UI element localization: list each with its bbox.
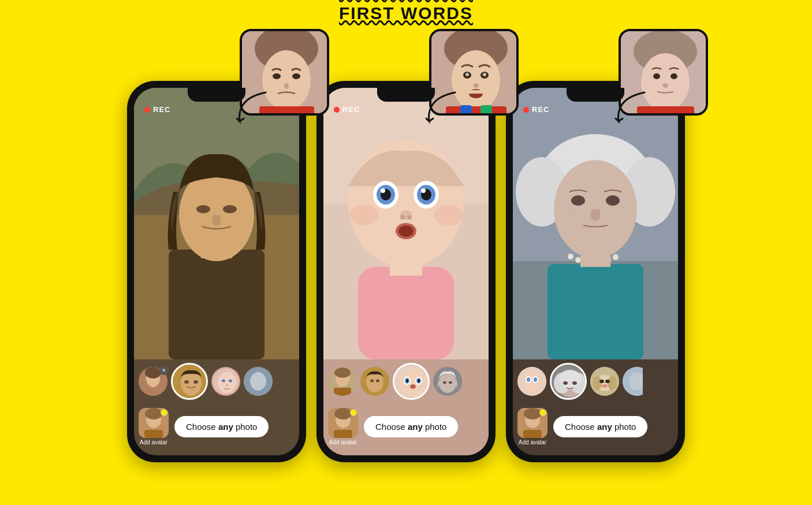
svg-point-131 bbox=[599, 380, 604, 383]
svg-point-67 bbox=[334, 367, 351, 378]
choose-photo-text-1: Choose any photo bbox=[186, 422, 257, 432]
svg-point-37 bbox=[465, 73, 469, 76]
choose-photo-btn-2[interactable]: Choose any photo bbox=[364, 416, 458, 437]
svg-rect-64 bbox=[390, 258, 422, 276]
svg-point-129 bbox=[593, 376, 602, 390]
thumbnails-2[interactable] bbox=[328, 363, 484, 400]
svg-point-22 bbox=[218, 372, 236, 393]
svg-point-115 bbox=[523, 372, 541, 392]
svg-point-16 bbox=[145, 367, 161, 378]
svg-rect-112 bbox=[547, 264, 643, 359]
svg-point-55 bbox=[421, 188, 426, 193]
svg-point-124 bbox=[558, 370, 582, 388]
phone-1: REC bbox=[127, 29, 306, 462]
svg-point-79 bbox=[406, 379, 408, 383]
add-avatar-btn-3[interactable] bbox=[517, 408, 547, 438]
thumbnails-3[interactable] bbox=[517, 363, 673, 400]
choose-photo-text-3: Choose any photo bbox=[565, 422, 636, 432]
svg-rect-139 bbox=[523, 430, 542, 438]
svg-point-132 bbox=[605, 380, 610, 383]
notif-dot-1 bbox=[161, 409, 167, 416]
arrow-1 bbox=[231, 87, 271, 133]
svg-rect-9 bbox=[169, 250, 265, 359]
svg-point-72 bbox=[376, 380, 379, 383]
svg-point-106 bbox=[575, 257, 581, 263]
svg-point-20 bbox=[193, 380, 198, 384]
svg-rect-31 bbox=[144, 430, 163, 438]
svg-point-125 bbox=[563, 381, 568, 385]
svg-point-103 bbox=[571, 195, 585, 206]
arrow-3 bbox=[610, 87, 650, 133]
svg-point-41 bbox=[473, 83, 479, 88]
svg-point-71 bbox=[370, 380, 374, 383]
svg-rect-113 bbox=[580, 250, 610, 267]
add-avatar-btn-2[interactable] bbox=[328, 408, 358, 438]
close-badge-1[interactable]: ✕ bbox=[159, 366, 169, 375]
svg-point-13 bbox=[223, 205, 237, 213]
svg-point-60 bbox=[398, 225, 414, 237]
phone-2: REC bbox=[316, 29, 496, 462]
rec-dot-1 bbox=[144, 107, 150, 113]
phone-shell-2: REC bbox=[316, 81, 496, 462]
svg-point-74 bbox=[400, 369, 426, 397]
svg-point-57 bbox=[400, 215, 405, 220]
svg-point-84 bbox=[443, 381, 446, 384]
svg-point-80 bbox=[418, 379, 420, 383]
svg-point-93 bbox=[653, 73, 660, 79]
svg-point-4 bbox=[292, 73, 300, 79]
phone-3: REC bbox=[506, 29, 685, 462]
svg-point-5 bbox=[284, 83, 289, 89]
add-avatar-label-3[interactable]: Add avatar bbox=[519, 439, 546, 445]
bottom-tray-3: Add avatar Choose any photo bbox=[513, 359, 678, 455]
svg-point-111 bbox=[613, 254, 619, 260]
svg-rect-68 bbox=[334, 388, 351, 396]
rec-dot-2 bbox=[334, 107, 340, 113]
choose-photo-btn-3[interactable]: Choose any photo bbox=[553, 416, 647, 437]
svg-point-3 bbox=[273, 73, 281, 79]
svg-point-23 bbox=[222, 380, 225, 383]
svg-rect-89 bbox=[334, 430, 352, 438]
add-avatar-label-2[interactable]: Add avatar bbox=[329, 439, 357, 445]
svg-point-58 bbox=[407, 215, 412, 220]
rec-dot-3 bbox=[523, 107, 529, 113]
add-avatar-btn-1[interactable] bbox=[139, 408, 169, 438]
svg-point-38 bbox=[483, 73, 486, 76]
arrow-2 bbox=[420, 87, 461, 133]
svg-point-138 bbox=[524, 408, 541, 419]
svg-point-126 bbox=[572, 381, 577, 385]
page-title: FIRST WORDS bbox=[339, 3, 473, 23]
svg-point-12 bbox=[196, 205, 210, 213]
choose-photo-btn-1[interactable]: Choose any photo bbox=[174, 416, 269, 437]
bottom-tray-1: ✕ bbox=[134, 359, 299, 455]
phone-screen-1: REC bbox=[134, 88, 299, 455]
svg-point-83 bbox=[439, 373, 456, 393]
phone-shell-3: REC bbox=[506, 81, 685, 462]
svg-point-54 bbox=[381, 188, 385, 193]
phones-row: REC bbox=[0, 29, 812, 462]
svg-rect-43 bbox=[460, 105, 472, 116]
svg-rect-44 bbox=[481, 105, 492, 116]
svg-point-133 bbox=[602, 384, 608, 388]
svg-point-130 bbox=[608, 376, 617, 390]
svg-point-24 bbox=[229, 380, 232, 383]
svg-point-105 bbox=[568, 254, 573, 259]
bottom-tray-2: Add avatar Choose any photo bbox=[323, 359, 489, 455]
svg-point-135 bbox=[629, 372, 645, 391]
phone-screen-3: REC bbox=[513, 88, 678, 455]
add-avatar-label-1[interactable]: Add avatar bbox=[140, 439, 167, 445]
svg-point-94 bbox=[671, 73, 677, 79]
svg-rect-63 bbox=[358, 267, 454, 359]
rec-badge-1: REC bbox=[144, 105, 170, 114]
add-avatar-row-3: Add avatar Choose any photo bbox=[517, 408, 673, 445]
main-image-3 bbox=[513, 88, 678, 359]
main-image-2 bbox=[323, 88, 489, 359]
phone-shell-1: REC bbox=[127, 81, 306, 462]
svg-point-25 bbox=[226, 384, 228, 387]
svg-point-95 bbox=[662, 83, 668, 88]
thumbnails-1[interactable]: ✕ bbox=[139, 363, 295, 400]
svg-point-19 bbox=[184, 380, 189, 384]
rec-badge-2: REC bbox=[334, 105, 360, 114]
svg-point-104 bbox=[606, 195, 620, 206]
svg-point-30 bbox=[145, 408, 162, 419]
notif-dot-3 bbox=[539, 409, 546, 416]
